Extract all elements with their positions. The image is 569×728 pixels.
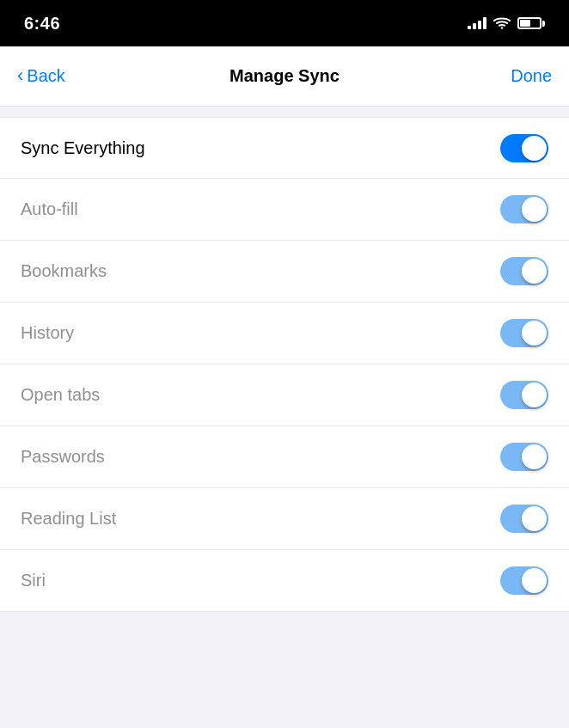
wifi-icon (493, 17, 511, 30)
row-label-auto-fill: Auto-fill (21, 199, 78, 219)
toggle-knob-passwords (522, 444, 547, 469)
done-button[interactable]: Done (511, 66, 552, 86)
row-label-sync-everything: Sync Everything (21, 138, 145, 158)
back-label: Back (27, 66, 64, 86)
toggle-sync-everything[interactable] (500, 134, 548, 162)
row-label-passwords: Passwords (21, 447, 105, 467)
toggle-bookmarks[interactable] (500, 257, 548, 285)
toggle-knob-siri (522, 568, 547, 593)
settings-row-auto-fill: Auto-fill (0, 179, 569, 241)
row-label-open-tabs: Open tabs (21, 385, 100, 405)
page-title: Manage Sync (229, 66, 340, 86)
row-label-history: History (21, 323, 74, 343)
settings-row-bookmarks: Bookmarks (0, 241, 569, 303)
toggle-knob-reading-list (522, 506, 547, 531)
signal-icon (468, 17, 486, 29)
status-icons (468, 17, 545, 30)
toggle-reading-list[interactable] (500, 505, 548, 533)
settings-row-sync-everything: Sync Everything (0, 117, 569, 179)
settings-list: Sync EverythingAuto-fillBookmarksHistory… (0, 107, 569, 612)
battery-icon (517, 17, 545, 29)
settings-row-open-tabs: Open tabs (0, 364, 569, 426)
settings-row-passwords: Passwords (0, 426, 569, 488)
settings-row-siri: Siri (0, 550, 569, 612)
settings-row-history: History (0, 303, 569, 364)
status-time: 6:46 (24, 14, 60, 34)
toggle-knob-bookmarks (522, 259, 547, 284)
settings-row-reading-list: Reading List (0, 488, 569, 550)
chevron-left-icon: ‹ (17, 64, 23, 87)
toggle-passwords[interactable] (500, 443, 548, 471)
toggle-knob-history (522, 321, 547, 346)
toggle-siri[interactable] (500, 566, 548, 595)
row-label-siri: Siri (21, 571, 46, 590)
row-label-reading-list: Reading List (21, 509, 116, 529)
toggle-open-tabs[interactable] (500, 381, 548, 409)
toggle-knob-open-tabs (522, 382, 547, 407)
toggle-history[interactable] (500, 319, 548, 347)
toggle-knob-sync-everything (522, 136, 547, 161)
status-bar: 6:46 (0, 0, 569, 46)
nav-bar: ‹ Back Manage Sync Done (0, 46, 569, 107)
toggle-auto-fill[interactable] (500, 195, 548, 223)
row-label-bookmarks: Bookmarks (21, 261, 107, 281)
back-button[interactable]: ‹ Back (17, 65, 65, 87)
toggle-knob-auto-fill (522, 197, 547, 222)
